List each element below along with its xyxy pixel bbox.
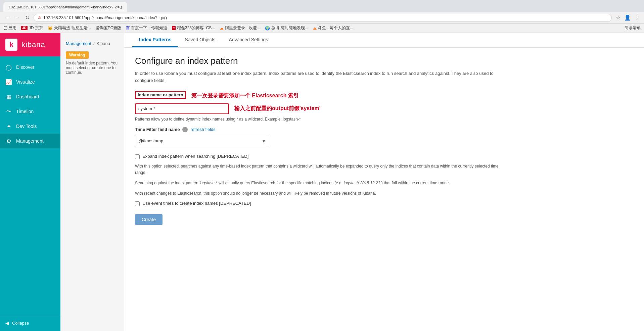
profile-icon[interactable]: 👤 [624,14,631,21]
sidebar-item-timelion[interactable]: 〜 Timelion [0,104,60,119]
sidebar-logo: k kibana [0,33,60,56]
warning-text: No default index pattern. You must selec… [66,61,119,75]
timelion-icon: 〜 [5,108,12,115]
collapse-label: Collapse [12,321,29,326]
visualize-icon: 📈 [5,79,12,85]
sidebar-item-management[interactable]: ⚙ Management [0,134,60,148]
expand-checkbox-group: Expand index pattern when searching [DEP… [135,154,633,159]
management-icon: ⚙ [5,138,12,144]
reload-button[interactable]: ↻ [24,14,31,21]
bookmark-weibo[interactable]: 🌍 微博-随时随地发现... [265,25,308,31]
devtools-icon: ✦ [5,123,12,130]
annotation-line1: 第一次登录需要添加一个 Elasticsearch 索引 [191,92,299,99]
bookmark-jd[interactable]: JD JD 京东 [21,25,43,31]
main-area: Management / Kibana Warning No default i… [60,33,644,331]
sidebar-item-label: Dev Tools [16,124,37,129]
hint-text: Patterns allow you to define dynamic ind… [135,117,633,122]
refresh-fields-link[interactable]: refresh fields [190,127,215,132]
security-icon: ⚠ [38,15,41,20]
top-nav: Index Patterns Saved Objects Advanced Se… [124,33,644,48]
event-label[interactable]: Use event times to create index names [D… [142,201,251,206]
bookmarks-bar: ☷ 应用 JD JD 京东 🐱 天猫精选-理想生活... 爱淘宝PC新版 百 百… [0,23,644,33]
bookmark-douyu[interactable]: ⛰ 斗鱼 - 每个人的直... [313,25,353,31]
timestamp-select-wrapper: @timestamp ▼ [135,135,269,147]
warning-badge: Warning [66,51,89,59]
time-filter-row: Time Filter field name i refresh fields [135,127,633,132]
bookmark-blog[interactable]: C 程磊328的博客_CS... [172,25,215,31]
create-button[interactable]: Create [135,214,163,225]
expand-label[interactable]: Expand index pattern when searching [DEP… [142,154,248,159]
sidebar-item-label: Visualize [16,79,35,85]
breadcrumb: Management / Kibana [66,38,119,47]
bookmark-apps[interactable]: ☷ 应用 [3,25,16,31]
page-content: Configure an index pattern In order to u… [124,48,644,233]
index-name-label: Index name or pattern [135,91,186,99]
browser-toolbar: ← → ↻ ⚠ 192.168.235.101:5601/app/kibana#… [0,12,644,23]
bookmark-icon[interactable]: ☆ [614,14,622,21]
collapse-button[interactable]: ◀ Collapse [5,321,55,326]
sidebar-item-discover[interactable]: ◯ Discover [0,60,60,75]
address-bar[interactable]: ⚠ 192.168.235.101:5601/app/kibana#/manag… [34,14,612,22]
intro-text: In order to use Kibana you must configur… [135,70,504,84]
sidebar-bottom: ◀ Collapse [0,315,60,331]
browser-tab[interactable]: 192.168.235.101:5601/app/kibana#/managem… [3,2,127,12]
tab-saved-objects[interactable]: Saved Objects [178,33,222,47]
annotation-line2: 输入之前配置的output前缀'system' [234,105,321,112]
expand-checkbox[interactable] [135,154,140,159]
sidebar-item-dashboard[interactable]: ▦ Dashboard [0,89,60,104]
tab-title: 192.168.235.101:5601/app/kibana#/managem… [9,5,122,9]
sidebar-item-label: Dashboard [16,94,39,99]
back-button[interactable]: ← [3,14,11,21]
content-panels: Management / Kibana Warning No default i… [60,33,644,331]
sidebar-item-visualize[interactable]: 📈 Visualize [0,75,60,89]
page-title: Configure an index pattern [135,56,633,66]
browser-actions: ☆ 👤 ⋮ [614,14,641,21]
bookmark-baidu[interactable]: 百 百度一下，你就知道 [126,25,167,31]
index-name-input[interactable] [135,103,229,114]
sidebar-item-label: Timelion [16,109,34,114]
url-text: 192.168.235.101:5601/app/kibana#/managem… [43,15,167,20]
collapse-icon: ◀ [5,321,9,326]
forward-button[interactable]: → [13,14,21,21]
bookmark-aliyun[interactable]: ☁ 阿里云登录 - 欢迎... [220,25,260,31]
info-icon[interactable]: i [182,127,188,132]
logo-text: kibana [21,40,45,49]
index-input-row: 输入之前配置的output前缀'system' [135,103,633,114]
index-label-row: Index name or pattern 第一次登录需要添加一个 Elasti… [135,91,633,101]
sidebar-item-label: Discover [16,64,34,70]
browser-chrome: 192.168.235.101:5601/app/kibana#/managem… [0,0,644,23]
app-container: k kibana ◯ Discover 📈 Visualize ▦ Dashbo… [0,33,644,331]
breadcrumb-kibana: Kibana [97,41,110,46]
bookmark-etao[interactable]: 爱淘宝PC新版 [96,25,122,31]
expand-desc3: With recent changes to Elasticsearch, th… [135,190,504,197]
event-checkbox-group: Use event times to create index names [D… [135,201,633,206]
tab-advanced-settings[interactable]: Advanced Settings [222,33,275,47]
sidebar: k kibana ◯ Discover 📈 Visualize ▦ Dashbo… [0,33,60,331]
main-content: Index Patterns Saved Objects Advanced Se… [124,33,644,331]
breadcrumb-management[interactable]: Management [66,41,91,46]
apps-icon: ☷ [3,26,7,31]
nav-tabs: Index Patterns Saved Objects Advanced Se… [132,33,636,47]
menu-icon[interactable]: ⋮ [633,14,641,21]
expand-desc2: Searching against the index pattern logs… [135,180,504,186]
dashboard-icon: ▦ [5,93,12,100]
expand-desc1: With this option selected, searches agai… [135,163,504,176]
time-filter-label: Time Filter field name [135,127,180,132]
left-panel: Management / Kibana Warning No default i… [60,33,124,331]
sidebar-nav: ◯ Discover 📈 Visualize ▦ Dashboard 〜 Tim… [0,56,60,315]
sidebar-item-devtools[interactable]: ✦ Dev Tools [0,119,60,134]
logo-icon: k [5,39,17,51]
discover-icon: ◯ [5,64,12,70]
tab-index-patterns[interactable]: Index Patterns [132,33,178,47]
event-checkbox[interactable] [135,201,140,206]
timestamp-select[interactable]: @timestamp [135,135,269,147]
sidebar-item-label: Management [16,138,44,144]
bookmark-tianmao[interactable]: 🐱 天猫精选-理想生活... [48,25,91,31]
bookmark-readlist[interactable]: 阅读清单 [625,25,641,31]
